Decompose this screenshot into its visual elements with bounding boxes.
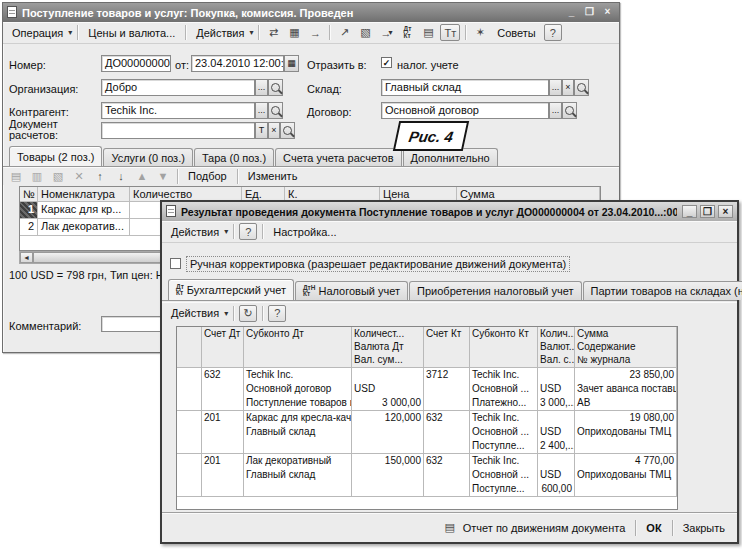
tab-purchases-tax[interactable]: Приобретения налоговый учет	[409, 281, 581, 300]
menu-settings[interactable]: Настройка...	[268, 224, 341, 240]
dtkt-postings-icon[interactable]: ДтКт	[398, 24, 416, 41]
menu-actions[interactable]: Действия	[166, 224, 224, 240]
menu-tips[interactable]: Советы	[492, 25, 540, 41]
edit-row-icon[interactable]: ▧	[49, 168, 67, 185]
help-button[interactable]: ?	[268, 305, 286, 322]
movements-list-icon[interactable]: ▤	[419, 24, 437, 41]
manual-adjustment-checkbox[interactable]	[170, 258, 181, 269]
cell-line: 3 000,...	[538, 396, 574, 410]
tab-goods-batches[interactable]: Партии товаров на складах (налоговый у..…	[583, 281, 742, 300]
tab-strip-line	[162, 300, 737, 301]
settlement-doc-field[interactable]	[101, 122, 255, 139]
tips-icon: ✶	[471, 24, 489, 41]
movements-report-button[interactable]: ▤ Отчет по движениям документа	[437, 517, 630, 538]
subconto-dt-cell: Techik Inc. Основной договор Поступление…	[244, 368, 352, 410]
empty-table-area	[177, 497, 677, 509]
ellipsis-button[interactable]: ...	[255, 79, 268, 96]
cell-line: Оприходованы ТМЦ	[575, 425, 676, 439]
calendar-icon[interactable]: ▦	[284, 55, 299, 72]
close-button[interactable]: ×	[718, 205, 733, 218]
posting-footer: ▤ Отчет по движениям документа ОК Закрыт…	[162, 512, 737, 542]
tab-tara[interactable]: Тара (0 поз.)	[194, 148, 274, 167]
posting-row[interactable]: 201 Лак декоративный Главный склад 150,0…	[177, 454, 677, 497]
tab-tax-accounting[interactable]: ДтНКт Налоговый учет	[295, 281, 408, 300]
titlebar-posting-result[interactable]: Результат проведения документа Поступлен…	[162, 202, 737, 221]
qty-currency-dt-cell: 150,000	[352, 454, 424, 496]
create-based-on-icon[interactable]: ↗	[335, 24, 353, 41]
tax-accounting-checkbox[interactable]: ✓	[381, 57, 392, 68]
menu-prices-currency[interactable]: Цены и валюта...	[83, 25, 180, 41]
go-icon[interactable]: →	[306, 24, 324, 41]
open-search-icon[interactable]	[268, 79, 283, 96]
number-field[interactable]: ДО000000004	[101, 55, 171, 72]
maximize-button[interactable]: ❐	[700, 205, 715, 218]
close-window-button[interactable]: Закрыть	[679, 520, 729, 536]
open-search-icon[interactable]	[562, 102, 577, 119]
posting-row[interactable]: 632 Techik Inc. Основной договор Поступл…	[177, 368, 677, 411]
chevron-down-icon: ▾	[388, 28, 392, 37]
open-search-icon[interactable]	[280, 122, 295, 139]
reread-icon[interactable]: ⇄	[264, 24, 282, 41]
ok-button[interactable]: ОК	[642, 520, 665, 536]
text-input-icon[interactable]: Т	[255, 122, 268, 139]
sort-descending-icon[interactable]: ▼	[154, 168, 172, 185]
tab-goods[interactable]: Товары (2 поз.)	[9, 146, 102, 167]
dtkt-icon	[177, 411, 202, 453]
pick-button[interactable]: Подбор	[183, 168, 232, 184]
scroll-left-icon[interactable]: ◄	[20, 252, 33, 263]
description-tt-icon[interactable]: Тт	[440, 24, 460, 41]
edit-button[interactable]: Изменить	[243, 168, 303, 184]
maximize-button[interactable]: ❐	[582, 6, 597, 19]
cell-line	[575, 439, 676, 453]
cell-line	[538, 368, 574, 382]
export-icon[interactable]: →▾	[377, 24, 395, 41]
header-line: Вал. с...	[538, 353, 574, 366]
clear-icon[interactable]: ×	[562, 79, 574, 96]
tab-settlement-accounts[interactable]: Счета учета расчетов	[275, 148, 401, 167]
column-header: Количество	[130, 187, 242, 201]
close-button[interactable]: ×	[600, 6, 615, 19]
refresh-icon[interactable]: ↻	[239, 305, 257, 322]
magnifier-icon	[283, 126, 292, 135]
clear-icon[interactable]: ×	[268, 122, 280, 139]
postings-toolbar: Действия▾ ↻ ?	[162, 302, 737, 324]
help-button[interactable]: ?	[239, 223, 257, 240]
minimize-button[interactable]: _	[564, 6, 579, 19]
date-field[interactable]: 23.04.2010 12:00:00	[191, 55, 284, 72]
posting-menubar: Действия▾ ? Настройка...	[162, 221, 737, 243]
sort-ascending-icon[interactable]: ▲	[133, 168, 151, 185]
separator	[635, 520, 636, 536]
warehouse-field[interactable]: Главный склад	[381, 79, 549, 96]
cell-line: 2 400,...	[538, 439, 574, 453]
separator	[262, 306, 263, 321]
copy-row-icon[interactable]: ▥	[28, 168, 46, 185]
ellipsis-button[interactable]: ...	[549, 79, 562, 96]
contractor-field[interactable]: Techik Inc.	[101, 102, 255, 119]
main-toolbar: Операция▾ Цены и валюта... Действия▾ ⇄ ▦…	[3, 22, 619, 44]
ellipsis-button[interactable]: ...	[549, 102, 562, 119]
open-search-icon[interactable]	[268, 102, 283, 119]
cell-line	[352, 468, 423, 482]
delete-row-icon[interactable]: ✕	[70, 168, 88, 185]
organization-field[interactable]: Добро	[101, 79, 255, 96]
menu-operation[interactable]: Операция	[7, 25, 68, 41]
menu-actions[interactable]: Действия	[166, 305, 224, 321]
check-document-icon[interactable]: ▧	[356, 24, 374, 41]
ellipsis-button[interactable]: ...	[255, 102, 268, 119]
structure-icon[interactable]: ▦	[285, 24, 303, 41]
nomenclature-cell: Лак декоратив...	[38, 219, 130, 235]
add-row-icon[interactable]: ▤	[7, 168, 25, 185]
contract-field[interactable]: Основной договор	[381, 102, 549, 119]
posting-row[interactable]: 201 Каркас для кресла-качалки Главный ск…	[177, 411, 677, 454]
tab-services[interactable]: Услуги (0 поз.)	[103, 148, 192, 167]
tab-accounting[interactable]: ДтКт Бухгалтерский учет	[168, 279, 294, 300]
help-button[interactable]: ?	[544, 24, 562, 41]
cell-line: Поступление товаров и услуг...	[244, 396, 351, 410]
titlebar-goods-receipt[interactable]: Поступление товаров и услуг: Покупка, ко…	[3, 3, 619, 22]
move-down-icon[interactable]: ↓	[112, 168, 130, 185]
move-up-icon[interactable]: ↑	[91, 168, 109, 185]
account-kt-cell: 3712	[424, 368, 470, 410]
menu-actions[interactable]: Действия	[191, 25, 249, 41]
minimize-button[interactable]: _	[682, 205, 697, 218]
open-search-icon[interactable]	[574, 79, 589, 96]
